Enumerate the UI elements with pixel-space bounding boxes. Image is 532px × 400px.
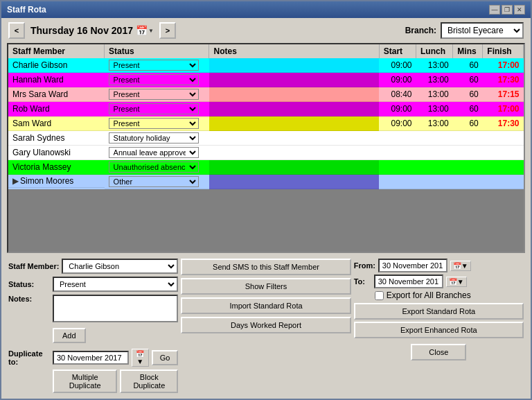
from-date-input[interactable] [378,259,447,272]
start-cell [379,175,416,189]
export-standard-rota-button[interactable]: Export Standard Rota [354,303,524,320]
col-header-lunch: Lunch [416,44,453,58]
col-header-status: Status [105,44,209,58]
status-cell: Present [105,73,209,87]
status-cell: Annual leave approved [105,146,209,160]
staff-name: Hannah Ward [8,73,105,87]
lunch-cell [416,175,453,189]
staff-name: Mrs Sara Ward [8,87,105,102]
to-label: To: [354,277,371,286]
date-picker-button[interactable]: 📅 ▼ [136,25,154,36]
lunch-cell: 13:00 [416,116,453,131]
mins-cell: 60 [453,102,483,116]
close-window-button[interactable]: ✕ [514,5,525,15]
add-button[interactable]: Add [53,328,86,343]
mins-cell: 60 [453,116,483,131]
table-row[interactable]: ▶ Simon Moores Other [8,175,524,189]
staff-member-select[interactable]: Charlie Gibson [62,259,178,274]
notes-cell [209,102,379,116]
mins-cell [453,175,483,189]
duplicate-calendar-button[interactable]: 📅▼ [132,349,149,367]
finish-cell [483,146,524,160]
status-select[interactable]: Statutory holiday [109,132,199,144]
mins-cell: 60 [453,58,483,73]
mins-cell: 60 [453,87,483,102]
branch-select[interactable]: Bristol Eyecare [441,22,524,39]
status-label: Status: [8,280,50,288]
next-day-button[interactable]: > [159,22,176,39]
status-cell: Present [105,102,209,116]
export-checkbox-row: Export for All Branches [375,290,524,300]
bottom-grid: Staff Member: Charlie Gibson Status: Pre… [8,259,524,393]
table-row[interactable]: Sarah Sydnes Statutory holiday [8,131,524,146]
start-cell: 09:00 [379,73,416,87]
import-standard-rota-button[interactable]: Import Standard Rota [181,297,351,314]
prev-day-button[interactable]: < [8,22,25,39]
table-row[interactable]: Victoria Massey Unauthorised absence [8,160,524,175]
show-filters-button[interactable]: Show Filters [181,278,351,295]
window-title: Staff Rota [7,5,46,15]
table-row[interactable]: Gary Ulanowski Annual leave approved [8,146,524,160]
table-row[interactable]: Charlie Gibson Present 09:00 13:00 60 17… [8,58,524,73]
status-select[interactable]: Present [109,74,199,85]
notes-textarea[interactable] [53,295,178,322]
date-display: Thursday 16 Nov 2017 📅 ▼ [30,25,154,36]
current-row-arrow: ▶ [12,176,19,186]
staff-name: Charlie Gibson [8,58,105,73]
table-row[interactable]: Rob Ward Present 09:00 13:00 60 17:00 [8,102,524,116]
table-row[interactable]: Hannah Ward Present 09:00 13:00 60 17:30 [8,73,524,87]
status-select[interactable]: Unauthorised absence [109,162,199,173]
status-select[interactable]: Present [109,118,199,129]
export-enhanced-rota-button[interactable]: Export Enhanced Rota [354,322,524,338]
status-select[interactable]: Present [109,60,199,71]
status-cell: Unauthorised absence [105,160,209,175]
status-select[interactable]: Other [109,176,199,187]
notes-cell [209,87,379,102]
mins-cell: 60 [453,73,483,87]
mins-cell [453,146,483,160]
date-value: 16 Nov 2017 [77,25,133,36]
multiple-duplicate-button[interactable]: Multiple Duplicate [53,369,117,393]
branch-section: Branch: Bristol Eyecare [405,22,524,39]
start-cell: 09:00 [379,102,416,116]
status-select[interactable]: Present [109,103,199,114]
window-controls: — ❐ ✕ [489,5,525,15]
status-select[interactable]: Annual leave approved [109,147,199,158]
title-bar: Staff Rota — ❐ ✕ [1,1,531,18]
col-header-mins: Mins [453,44,483,58]
col-header-start: Start [379,44,416,58]
row-arrow-indicator: ▶ Simon Moores [8,175,105,188]
from-calendar-button[interactable]: 📅▼ [450,261,471,271]
table-row[interactable]: Sam Ward Present 09:00 13:00 60 17:30 [8,116,524,131]
export-all-branches-checkbox[interactable] [375,291,384,300]
table-row[interactable]: Mrs Sara Ward Present 08:40 13:00 60 17:… [8,87,524,102]
staff-name: Sam Ward [8,116,105,131]
minimize-button[interactable]: — [489,5,500,15]
to-date-input[interactable] [374,275,443,288]
close-button[interactable]: Close [411,344,466,360]
days-worked-report-button[interactable]: Days Worked Report [181,317,351,333]
finish-cell: 17:15 [483,87,524,102]
lunch-cell: 13:00 [416,87,453,102]
status-cell: Present [105,116,209,131]
start-cell: 08:40 [379,87,416,102]
staff-table: Staff Member Status Notes Start Lunch Mi… [8,44,524,189]
start-cell [379,131,416,146]
duplicate-date-input[interactable] [53,351,129,365]
toolbar: < Thursday 16 Nov 2017 📅 ▼ > Branch: Bri… [1,18,531,43]
status-select-bottom[interactable]: Present [53,277,178,292]
status-cell: Present [105,58,209,73]
notes-row: Notes: [8,295,178,322]
status-cell: Other [105,175,209,189]
restore-button[interactable]: ❐ [502,5,513,15]
block-duplicate-button[interactable]: Block Duplicate [120,369,178,393]
go-button[interactable]: Go [152,350,179,365]
send-sms-button[interactable]: Send SMS to this Staff Member [181,259,351,275]
from-label: From: [354,261,375,270]
staff-member-row: Staff Member: Charlie Gibson [8,259,178,274]
to-calendar-button[interactable]: 📅▼ [446,277,467,287]
status-select[interactable]: Present [109,89,199,100]
right-column: From: 📅▼ To: 📅▼ Export for All Branches [354,259,524,360]
col-header-finish: Finish [483,44,524,58]
lunch-cell: 13:00 [416,102,453,116]
